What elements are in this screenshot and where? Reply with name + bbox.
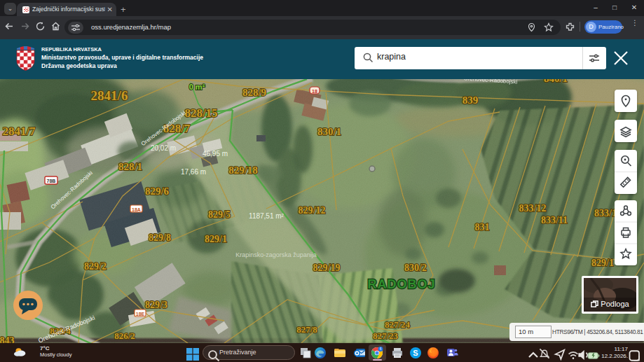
svg-text:830/1: 830/1	[317, 126, 341, 137]
svg-text:S: S	[413, 349, 418, 357]
svg-text:18A: 18A	[132, 207, 141, 212]
svg-text:828/1: 828/1	[118, 161, 142, 172]
svg-text:833/12: 833/12	[519, 203, 547, 214]
svg-text:826/2: 826/2	[114, 330, 135, 341]
svg-text:0 m²: 0 m²	[189, 83, 205, 91]
svg-text:829/2: 829/2	[84, 261, 107, 272]
svg-text:829/18: 829/18	[228, 165, 258, 176]
svg-text:18: 18	[312, 89, 317, 94]
svg-text:17,66 m: 17,66 m	[181, 168, 206, 176]
svg-text:827/23: 827/23	[373, 330, 399, 341]
svg-text:829/5: 829/5	[208, 209, 231, 220]
svg-text:829/1: 829/1	[205, 234, 227, 244]
svg-text:840/1: 840/1	[544, 79, 568, 84]
svg-text:829/3: 829/3	[145, 300, 167, 310]
svg-text:828/9: 828/9	[242, 87, 266, 98]
svg-text:829/12: 829/12	[299, 205, 326, 216]
svg-text:827/8: 827/8	[296, 324, 317, 335]
svg-text:Krapinsko-zagorska županija: Krapinsko-zagorska županija	[235, 251, 317, 258]
svg-text:2841/6: 2841/6	[91, 88, 128, 103]
svg-text:1187,51 m²: 1187,51 m²	[249, 212, 285, 220]
svg-text:RADOBOJ: RADOBOJ	[367, 277, 435, 291]
svg-text:833/1: 833/1	[594, 208, 617, 218]
svg-text:830/2: 830/2	[404, 263, 427, 273]
svg-text:839: 839	[463, 95, 479, 106]
svg-text:843: 843	[0, 335, 15, 343]
svg-text:78B: 78B	[47, 179, 56, 183]
svg-text:829/8: 829/8	[149, 232, 171, 243]
svg-text:20,02 m: 20,02 m	[151, 144, 176, 152]
svg-text:833/11: 833/11	[541, 215, 568, 225]
svg-text:829/1: 829/1	[591, 258, 614, 268]
svg-text:18E: 18E	[136, 312, 145, 316]
svg-text:828/15: 828/15	[184, 106, 217, 120]
svg-text:831: 831	[475, 222, 490, 232]
svg-text:829/6: 829/6	[145, 186, 170, 197]
svg-text:46,95 m: 46,95 m	[203, 150, 228, 158]
svg-text:827/24: 827/24	[385, 319, 411, 330]
svg-text:829/19: 829/19	[313, 263, 341, 273]
svg-text:2841/7: 2841/7	[2, 125, 36, 138]
